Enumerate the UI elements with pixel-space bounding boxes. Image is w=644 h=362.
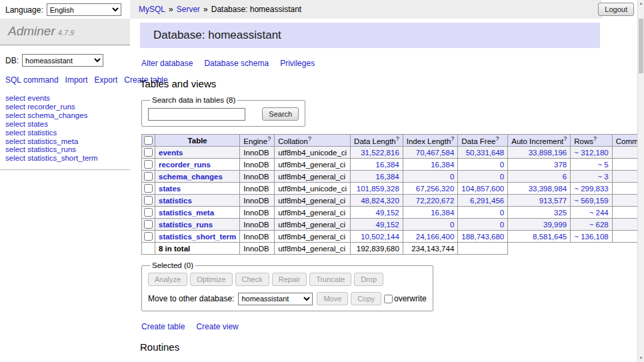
column-help-icon[interactable]: ? xyxy=(451,135,454,142)
index-length-link[interactable]: 72,220,672 xyxy=(416,197,455,205)
link-import[interactable]: Import xyxy=(65,75,88,85)
link-select-statistics-meta[interactable]: select statistics_meta xyxy=(5,137,125,146)
row-checkbox[interactable] xyxy=(144,232,153,241)
vertical-scrollbar[interactable]: ▲ ▼ xyxy=(637,0,644,362)
scrollbar-thumb[interactable] xyxy=(639,19,643,73)
column-help-icon[interactable]: ? xyxy=(396,135,399,142)
index-length-link[interactable]: 67,256,320 xyxy=(416,185,455,193)
language-select[interactable]: English xyxy=(47,3,121,16)
data-free-link[interactable]: 0 xyxy=(500,221,504,229)
search-input[interactable] xyxy=(148,108,245,121)
move-db-select[interactable]: homeassistant xyxy=(238,293,313,305)
table-name-link[interactable]: statistics_meta xyxy=(159,209,214,217)
index-length-link[interactable]: 70,467,584 xyxy=(416,149,455,157)
link-select-statistics-runs[interactable]: select statistics_runs xyxy=(5,145,125,154)
db-select[interactable]: homeassistant xyxy=(22,54,103,67)
auto-increment-link[interactable]: 378 xyxy=(554,161,567,169)
auto-increment-link[interactable]: 39,999 xyxy=(543,221,567,229)
breadcrumb-mysql-link[interactable]: MySQL xyxy=(139,5,165,14)
auto-increment-link[interactable]: 6 xyxy=(563,173,567,181)
scrollbar-up-icon[interactable]: ▲ xyxy=(638,0,644,7)
data-length-link[interactable]: 101,859,328 xyxy=(357,185,399,193)
table-name-link[interactable]: schema_changes xyxy=(159,173,223,181)
row-checkbox[interactable] xyxy=(144,184,153,193)
link-database-schema[interactable]: Database schema xyxy=(204,59,269,68)
optimize-button[interactable]: Optimize xyxy=(190,273,232,286)
rows-link[interactable]: ~ 312,180 xyxy=(574,149,608,157)
link-create-view[interactable]: Create view xyxy=(196,322,238,331)
row-checkbox[interactable] xyxy=(144,148,153,157)
select-all-checkbox[interactable] xyxy=(144,136,153,145)
table-name-link[interactable]: statistics_short_term xyxy=(159,233,236,241)
rows-link[interactable]: ~ 5 xyxy=(597,161,608,169)
data-free-link[interactable]: 104,857,600 xyxy=(461,185,504,193)
data-free-link[interactable]: 6,291,456 xyxy=(470,197,504,205)
data-length-link[interactable]: 31,522,816 xyxy=(361,149,399,157)
check-button[interactable]: Check xyxy=(235,273,269,286)
repair-button[interactable]: Repair xyxy=(272,273,307,286)
scrollbar-down-icon[interactable]: ▼ xyxy=(638,355,644,362)
row-checkbox[interactable] xyxy=(144,196,153,205)
link-export[interactable]: Export xyxy=(95,75,118,85)
link-select-statistics[interactable]: select statistics xyxy=(5,129,125,137)
data-length-link[interactable]: 49,152 xyxy=(376,209,399,217)
rows-link[interactable]: ~ 3 xyxy=(597,173,608,181)
auto-increment-link[interactable]: 8,581,645 xyxy=(533,233,567,241)
index-length-link[interactable]: 16,384 xyxy=(431,209,454,217)
auto-increment-link[interactable]: 33,898,196 xyxy=(529,149,567,157)
auto-increment-link[interactable]: 33,398,984 xyxy=(529,185,567,193)
data-length-link[interactable]: 49,152 xyxy=(376,221,399,229)
data-length-link[interactable]: 48,824,320 xyxy=(361,197,399,205)
table-name-link[interactable]: events xyxy=(159,149,183,157)
analyze-button[interactable]: Analyze xyxy=(148,273,187,286)
index-length-link[interactable]: 16,384 xyxy=(431,161,454,169)
column-help-icon[interactable]: ? xyxy=(308,135,311,142)
link-select-events[interactable]: select events xyxy=(5,94,125,103)
drop-button[interactable]: Drop xyxy=(354,273,383,286)
data-length-link[interactable]: 16,384 xyxy=(376,173,399,181)
column-help-icon[interactable]: ? xyxy=(593,135,597,142)
row-checkbox[interactable] xyxy=(144,172,153,181)
rows-link[interactable]: ~ 628 xyxy=(589,221,609,229)
column-help-icon[interactable]: ? xyxy=(267,135,271,142)
table-name-link[interactable]: statistics_runs xyxy=(159,221,213,229)
data-free-link[interactable]: 0 xyxy=(500,161,504,169)
data-length-link[interactable]: 10,502,144 xyxy=(361,233,399,241)
column-help-icon[interactable]: ? xyxy=(495,135,499,142)
data-free-link[interactable]: 188,743,680 xyxy=(461,233,504,241)
index-length-link[interactable]: 0 xyxy=(450,173,454,181)
rows-link[interactable]: ~ 136,108 xyxy=(574,233,608,241)
rows-link[interactable]: ~ 244 xyxy=(589,209,609,217)
data-free-link[interactable]: 0 xyxy=(500,173,504,181)
overwrite-checkbox[interactable] xyxy=(384,295,393,303)
table-name-link[interactable]: recorder_runs xyxy=(159,161,211,169)
link-select-states[interactable]: select states xyxy=(5,120,125,129)
data-free-link[interactable]: 50,331,648 xyxy=(466,149,505,157)
copy-button[interactable]: Copy xyxy=(351,292,381,305)
search-button[interactable]: Search xyxy=(262,107,299,121)
truncate-button[interactable]: Truncate xyxy=(309,273,351,286)
link-sql-command[interactable]: SQL command xyxy=(5,75,59,85)
row-checkbox[interactable] xyxy=(144,160,153,169)
link-create-table[interactable]: Create table xyxy=(141,322,185,331)
row-checkbox[interactable] xyxy=(144,208,153,217)
index-length-link[interactable]: 24,166,400 xyxy=(416,233,455,241)
table-name-link[interactable]: states xyxy=(159,185,181,193)
auto-increment-link[interactable]: 913,577 xyxy=(539,197,567,205)
column-help-icon[interactable]: ? xyxy=(563,135,567,142)
table-name-link[interactable]: statistics xyxy=(159,197,192,205)
data-length-link[interactable]: 16,384 xyxy=(376,161,399,169)
rows-link[interactable]: ~ 569,159 xyxy=(574,197,608,205)
data-free-link[interactable]: 0 xyxy=(500,209,504,217)
rows-link[interactable]: ~ 299,833 xyxy=(574,185,608,193)
index-length-link[interactable]: 0 xyxy=(450,221,454,229)
link-select-statistics-short-term[interactable]: select statistics_short_term xyxy=(5,154,125,163)
row-checkbox[interactable] xyxy=(144,220,153,229)
breadcrumb-server-link[interactable]: Server xyxy=(177,5,200,14)
logout-button[interactable]: Logout xyxy=(598,3,634,16)
link-alter-database[interactable]: Alter database xyxy=(141,59,193,68)
link-select-schema-changes[interactable]: select schema_changes xyxy=(5,111,125,120)
link-select-recorder-runs[interactable]: select recorder_runs xyxy=(5,103,125,111)
link-privileges[interactable]: Privileges xyxy=(280,59,315,68)
move-button[interactable]: Move xyxy=(317,292,348,305)
